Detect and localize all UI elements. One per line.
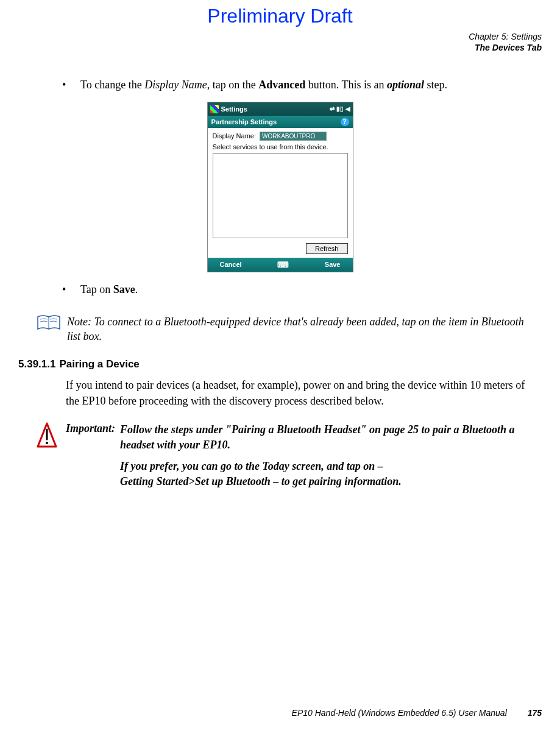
important-p1: Follow the steps under "Pairing a Blueto… [120,422,536,453]
display-name-input[interactable]: WORKABOUTPRO [260,132,327,141]
note-text: To connect to a Bluetooth-equipped devic… [67,316,524,342]
cancel-button[interactable]: Cancel [220,261,242,268]
instr1-mid2: button. This is an [305,79,387,91]
tray-icons: ⇄ ▮▯ ◀ [330,105,350,112]
page-footer: EP10 Hand-Held (Windows Embedded 6.5) Us… [292,708,542,718]
preliminary-draft-banner: Preliminary Draft [0,0,560,27]
signal-icon: ▮▯ [336,105,344,112]
note-book-icon [37,314,61,344]
instr2-pre: Tap on [80,283,113,295]
device-title: Settings [221,105,247,113]
subsection-title: Pairing a Device [59,358,139,370]
important-label: Important: [66,422,115,496]
keyboard-icon[interactable]: ⌨ [277,260,289,269]
footer-page-number: 175 [509,708,542,718]
footer-title: EP10 Hand-Held (Windows Embedded 6.5) Us… [292,708,507,718]
note-block: Note: To connect to a Bluetooth-equipped… [18,314,542,344]
help-icon[interactable]: ? [341,118,349,126]
windows-flag-icon [210,105,219,113]
subsection-body: If you intend to pair devices (a headset… [18,378,542,422]
chapter-line-2: The Devices Tab [0,42,542,53]
subsection-number: 5.39.1.1 [18,358,59,370]
save-button[interactable]: Save [325,261,341,268]
chapter-header: Chapter 5: Settings The Devices Tab [0,27,560,53]
bullet-icon: • [62,282,80,297]
warning-icon [37,422,57,496]
instr1-pre: To change the [80,79,144,91]
refresh-button[interactable]: Refresh [306,243,348,254]
instruction-change-display-name: • To change the Display Name, tap on the… [18,77,542,101]
partnership-settings-screenshot: Settings ⇄ ▮▯ ◀ Partnership Settings ? D… [207,102,353,272]
bullet-icon: • [62,77,80,93]
note-label: Note: [67,316,91,328]
instr2-post: . [135,283,138,295]
important-block: Important: Follow the steps under "Pairi… [18,422,542,496]
device-subtitle: Partnership Settings [211,118,277,126]
services-label: Select services to use from this device. [213,143,348,150]
device-titlebar: Settings ⇄ ▮▯ ◀ [208,102,353,116]
instr1-displayname: Display Name [144,79,207,91]
svg-point-2 [46,442,48,444]
speaker-icon: ◀ [346,105,350,112]
instruction-tap-save: • Tap on Save. [18,282,542,306]
device-subtitle-bar: Partnership Settings ? [208,116,353,128]
display-name-label: Display Name: [213,132,257,140]
instr2-save: Save [113,283,135,295]
chapter-line-1: Chapter 5: Settings [0,31,542,42]
connectivity-icon: ⇄ [330,105,335,112]
instr1-post: step. [424,79,447,91]
important-p2b: Getting Started>Set up Bluetooth – to ge… [120,475,402,487]
subsection-heading: 5.39.1.1Pairing a Device [18,358,542,378]
instr1-advanced: Advanced [258,79,305,91]
instr1-optional: optional [387,79,424,91]
instr1-mid: , tap on the [207,79,258,91]
important-p2a: If you prefer, you can go to the Today s… [120,460,383,472]
services-listbox[interactable] [213,153,348,238]
